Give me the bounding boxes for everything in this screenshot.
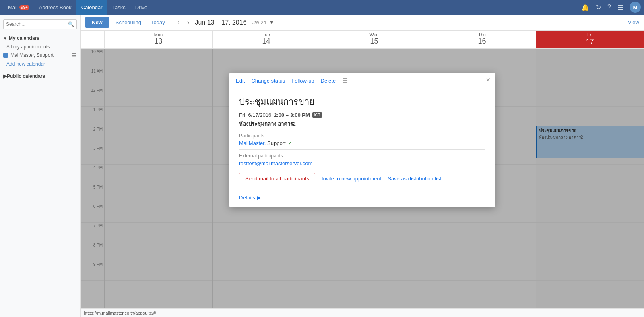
- status-bar: https://m.mailmaster.co.th/appsuite/#: [80, 308, 644, 317]
- modal-participant: MailMaster, Support ✓: [239, 140, 485, 146]
- time-header-spacer: [80, 31, 105, 48]
- send-mail-button[interactable]: Send mail to all participants: [239, 173, 315, 184]
- next-arrow[interactable]: ›: [185, 18, 192, 27]
- user-avatar[interactable]: M: [630, 2, 641, 13]
- search-icon[interactable]: 🔍: [68, 21, 74, 27]
- day-header-wed: Wed 15: [320, 31, 428, 48]
- main-layout: 🔍 ▼ My calendars All my appointments Mai…: [0, 15, 644, 317]
- distribution-list-button[interactable]: Save as distribution list: [388, 176, 441, 182]
- public-calendars-title[interactable]: ▶ Public calendars: [0, 72, 80, 81]
- nav-drive[interactable]: Drive: [130, 0, 152, 15]
- follow-up-link[interactable]: Follow-up: [291, 78, 314, 84]
- event-time: 2:00 – 3:00 PM: [274, 112, 310, 118]
- invite-button[interactable]: Invite to new appointment: [322, 176, 381, 182]
- sidebar: 🔍 ▼ My calendars All my appointments Mai…: [0, 15, 80, 317]
- my-calendars-section: ▼ My calendars All my appointments MailM…: [0, 32, 80, 70]
- calendar-options-icon[interactable]: ☰: [72, 52, 77, 58]
- bell-icon[interactable]: 🔔: [581, 4, 589, 11]
- nav-tasks[interactable]: Tasks: [107, 0, 130, 15]
- external-participants-label: External participants: [239, 153, 485, 159]
- chevron-right-icon: ▶: [257, 195, 261, 201]
- timezone-badge: ICT: [312, 112, 322, 118]
- search-input[interactable]: [6, 21, 68, 27]
- change-status-link[interactable]: Change status: [251, 78, 285, 84]
- cw-badge: CW 24: [252, 20, 266, 25]
- modal-event-title: ประชุมแผนการขาย: [239, 95, 485, 109]
- search-box[interactable]: 🔍: [3, 19, 77, 29]
- details-toggle[interactable]: Details ▶: [239, 195, 485, 201]
- calendar-color-dot: [3, 53, 8, 58]
- refresh-icon[interactable]: ↻: [596, 4, 601, 11]
- modal-location: ห้องประชุมกลาง อาคาร2: [239, 120, 485, 128]
- event-detail-modal: × Edit Change status Follow-up Delete ☰ …: [229, 73, 495, 207]
- modal-buttons: Send mail to all participants Invite to …: [239, 173, 485, 188]
- day-header-tue: Tue 14: [213, 31, 320, 48]
- nav-mail[interactable]: Mail 99+: [3, 0, 34, 15]
- my-calendars-title[interactable]: ▼ My calendars: [0, 34, 80, 43]
- top-nav-right: 🔔 ↻ ? ☰ M: [581, 2, 641, 13]
- mail-badge: 99+: [19, 5, 29, 10]
- chevron-down-icon: ▼: [3, 36, 7, 41]
- public-calendars-section: ▶ Public calendars: [0, 70, 80, 82]
- external-email[interactable]: testtest@mailmasterserver.com: [239, 160, 485, 166]
- participant-extra: , Support: [264, 140, 286, 146]
- day-header-mon: Mon 13: [105, 31, 213, 48]
- modal-datetime: Fri, 6/17/2016 2:00 – 3:00 PM ICT: [239, 112, 485, 118]
- calendar-nav: ‹ › Jun 13 – 17, 2016 CW 24 ▼: [175, 18, 274, 27]
- close-icon[interactable]: ×: [486, 76, 490, 83]
- new-button[interactable]: New: [85, 17, 109, 28]
- participant-checkmark: ✓: [288, 140, 292, 146]
- modal-divider: [239, 149, 485, 150]
- week-header: Mon 13 Tue 14 Wed 15 Thu 16 Fri 17: [80, 31, 644, 49]
- date-range: Jun 13 – 17, 2016: [195, 19, 246, 26]
- nav-calendar[interactable]: Calendar: [76, 0, 107, 15]
- edit-link[interactable]: Edit: [236, 78, 245, 84]
- add-calendar-link[interactable]: Add new calendar: [0, 60, 80, 68]
- participant-name: MailMaster: [239, 140, 264, 146]
- date-dropdown-icon[interactable]: ▼: [269, 20, 274, 25]
- modal-action-bar: Edit Change status Follow-up Delete ☰: [229, 73, 495, 88]
- help-icon[interactable]: ?: [607, 4, 611, 11]
- nav-address-book[interactable]: Address Book: [34, 0, 76, 15]
- modal-overlay: × Edit Change status Follow-up Delete ☰ …: [80, 49, 644, 308]
- modal-body: ประชุมแผนการขาย Fri, 6/17/2016 2:00 – 3:…: [229, 88, 495, 207]
- week-day-headers: Mon 13 Tue 14 Wed 15 Thu 16 Fri 17: [105, 31, 644, 48]
- today-button[interactable]: Today: [148, 18, 168, 27]
- chevron-right-icon: ▶: [3, 73, 7, 79]
- day-header-thu: Thu 16: [428, 31, 536, 48]
- more-options-icon[interactable]: ☰: [342, 77, 348, 85]
- modal-divider-2: [239, 191, 485, 191]
- top-nav: Mail 99+ Address Book Calendar Tasks Dri…: [0, 0, 644, 15]
- event-date: Fri, 6/17/2016: [239, 112, 271, 118]
- sidebar-item-mailmaster[interactable]: MailMaster, Support ☰: [0, 51, 80, 60]
- status-url: https://m.mailmaster.co.th/appsuite/#: [84, 311, 156, 315]
- participants-label: Participants: [239, 133, 485, 139]
- view-button[interactable]: View: [628, 19, 639, 25]
- day-header-fri: Fri 17: [536, 31, 644, 48]
- sidebar-item-all-appointments[interactable]: All my appointments: [0, 43, 80, 51]
- scheduling-button[interactable]: Scheduling: [112, 18, 144, 27]
- prev-arrow[interactable]: ‹: [175, 18, 182, 27]
- calendar-toolbar: New Scheduling Today ‹ › Jun 13 – 17, 20…: [80, 15, 644, 31]
- calendar-area: New Scheduling Today ‹ › Jun 13 – 17, 20…: [80, 15, 644, 317]
- delete-link[interactable]: Delete: [321, 78, 336, 84]
- menu-icon[interactable]: ☰: [617, 4, 623, 11]
